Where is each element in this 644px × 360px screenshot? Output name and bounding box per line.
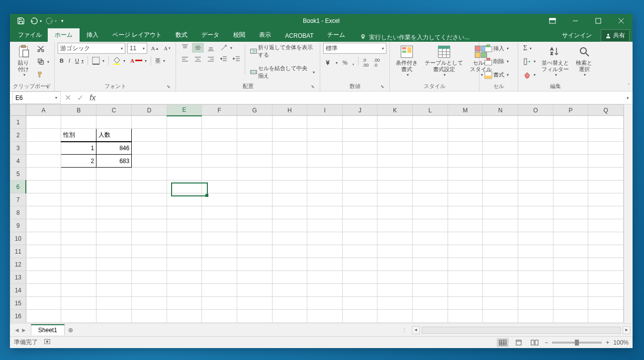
cancel-formula-icon[interactable]: ✕ <box>65 93 71 102</box>
cell-I4[interactable] <box>307 155 343 168</box>
cell-A14[interactable] <box>26 284 61 297</box>
cell-O8[interactable] <box>518 206 553 219</box>
insert-cells-button[interactable]: 挿入▾ <box>482 43 511 53</box>
cell-G11[interactable] <box>237 245 273 258</box>
cell-E6[interactable] <box>167 180 202 193</box>
align-top-button[interactable] <box>179 43 191 53</box>
cell-L14[interactable] <box>413 284 448 297</box>
cell-K16[interactable] <box>377 310 413 323</box>
underline-button[interactable]: U▾ <box>73 57 86 65</box>
cell-B13[interactable] <box>61 271 96 284</box>
increase-font-button[interactable]: A▴ <box>149 43 160 54</box>
cell-K6[interactable] <box>377 180 413 193</box>
zoom-in-button[interactable]: + <box>606 339 609 346</box>
cell-M6[interactable] <box>448 180 483 193</box>
tab-view[interactable]: 表示 <box>252 28 278 42</box>
merge-center-button[interactable]: セルを結合して中央揃え▾ <box>248 64 317 81</box>
horizontal-scrollbar[interactable] <box>422 327 621 334</box>
cell-Q2[interactable] <box>588 129 624 142</box>
cell-J5[interactable] <box>342 168 377 180</box>
cell-I1[interactable] <box>307 116 343 129</box>
cell-H9[interactable] <box>272 219 307 232</box>
cell-M1[interactable] <box>448 116 483 129</box>
cell-Q16[interactable] <box>588 310 624 323</box>
row-header-2[interactable]: 2 <box>10 129 26 142</box>
autosum-button[interactable]: Σ▾ <box>521 43 538 53</box>
cell-Q8[interactable] <box>588 206 624 219</box>
cell-O6[interactable] <box>518 180 553 193</box>
cell-H7[interactable] <box>272 193 307 206</box>
paste-button[interactable]: 貼り付け ▾ <box>13 43 34 79</box>
cell-A13[interactable] <box>26 271 61 284</box>
cell-L12[interactable] <box>413 258 448 271</box>
cell-C2[interactable]: 人数 <box>96 129 132 142</box>
cell-G16[interactable] <box>237 310 273 323</box>
col-header-G[interactable]: G <box>237 105 273 116</box>
insert-function-icon[interactable]: fx <box>90 93 95 102</box>
cell-N7[interactable] <box>483 193 518 206</box>
cell-G1[interactable] <box>237 116 273 129</box>
col-header-M[interactable]: M <box>448 105 483 116</box>
alignment-dialog-launcher[interactable]: ⬊ <box>310 84 316 90</box>
cell-K7[interactable] <box>377 193 413 206</box>
cell-M5[interactable] <box>448 168 483 180</box>
cell-J2[interactable] <box>342 129 377 142</box>
cell-L9[interactable] <box>413 219 448 232</box>
format-as-table-button[interactable]: テーブルとして 書式設定▾ <box>422 43 466 79</box>
cell-K10[interactable] <box>377 232 413 245</box>
cell-Q11[interactable] <box>588 245 624 258</box>
cell-F16[interactable] <box>202 310 237 323</box>
tell-me-search[interactable]: 実行したい作業を入力してください... <box>355 33 474 42</box>
cell-P15[interactable] <box>553 297 588 310</box>
cell-Q9[interactable] <box>588 219 624 232</box>
ribbon-display-options[interactable] <box>541 14 564 28</box>
cell-D3[interactable] <box>132 142 167 155</box>
cell-Q10[interactable] <box>588 232 624 245</box>
cell-J11[interactable] <box>342 245 377 258</box>
cell-M8[interactable] <box>448 206 483 219</box>
sheet-nav-prev[interactable]: ◄ <box>14 327 20 334</box>
cell-N13[interactable] <box>483 271 518 284</box>
cell-P1[interactable] <box>553 116 588 129</box>
format-painter-button[interactable] <box>35 70 51 80</box>
cell-N10[interactable] <box>483 232 518 245</box>
align-middle-button[interactable] <box>192 43 204 53</box>
cell-F10[interactable] <box>202 232 237 245</box>
view-normal-button[interactable] <box>497 338 509 347</box>
cell-D11[interactable] <box>132 245 167 258</box>
cell-D9[interactable] <box>132 219 167 232</box>
col-header-J[interactable]: J <box>342 105 377 116</box>
col-header-Q[interactable]: Q <box>588 105 624 116</box>
cell-D10[interactable] <box>132 232 167 245</box>
cell-M11[interactable] <box>448 245 483 258</box>
cell-F12[interactable] <box>202 258 237 271</box>
view-pagelayout-button[interactable] <box>513 338 525 347</box>
number-format-dropdown[interactable]: 標準▾ <box>323 43 386 54</box>
cell-E12[interactable] <box>167 258 202 271</box>
cell-N1[interactable] <box>483 116 518 129</box>
tab-formulas[interactable]: 数式 <box>169 28 194 42</box>
cell-K13[interactable] <box>377 271 413 284</box>
cell-E2[interactable] <box>167 129 202 142</box>
col-header-K[interactable]: K <box>377 105 413 116</box>
row-header-7[interactable]: 7 <box>10 193 26 206</box>
cell-L10[interactable] <box>413 232 448 245</box>
cell-N5[interactable] <box>483 168 518 180</box>
cell-B12[interactable] <box>61 258 96 271</box>
cell-O2[interactable] <box>518 129 553 142</box>
cell-A3[interactable] <box>26 142 61 155</box>
cell-B14[interactable] <box>61 284 96 297</box>
cell-C11[interactable] <box>96 245 132 258</box>
row-header-14[interactable]: 14 <box>10 284 26 297</box>
orientation-button[interactable]: ▾ <box>218 43 234 53</box>
maximize-button[interactable] <box>587 14 610 28</box>
cell-G15[interactable] <box>237 297 273 310</box>
cell-N8[interactable] <box>483 206 518 219</box>
cell-D4[interactable] <box>132 155 167 168</box>
col-header-P[interactable]: P <box>553 105 588 116</box>
cell-A12[interactable] <box>26 258 61 271</box>
cell-B8[interactable] <box>61 206 96 219</box>
row-header-5[interactable]: 5 <box>10 168 26 180</box>
cell-Q4[interactable] <box>588 155 624 168</box>
font-color-button[interactable]: A▾ <box>128 57 149 65</box>
